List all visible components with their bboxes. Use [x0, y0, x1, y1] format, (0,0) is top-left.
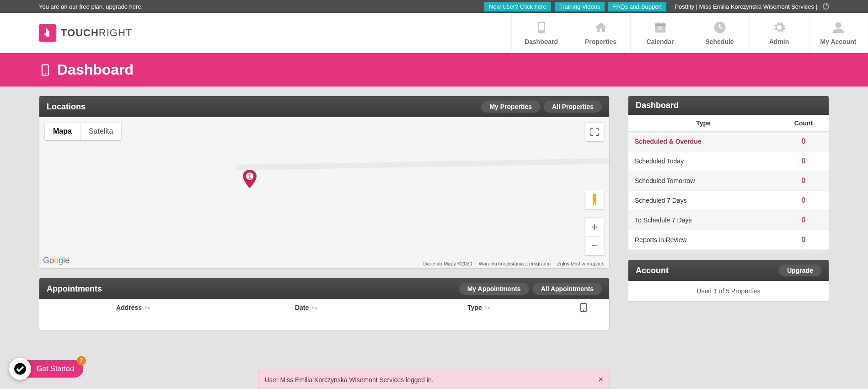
upgrade-button[interactable]: Upgrade [779, 265, 821, 276]
sort-icon: ▼▲ [311, 305, 317, 310]
user-icon [831, 21, 845, 34]
stat-label: Scheduled & Overdue [628, 132, 778, 151]
svg-point-8 [836, 22, 841, 28]
nav-calendar[interactable]: 31 Calendar [630, 13, 690, 53]
nav-label: Properties [585, 38, 616, 45]
svg-rect-15 [593, 202, 594, 205]
table-row[interactable]: Reports in Review0 [628, 230, 829, 250]
nav-label: Calendar [647, 38, 674, 45]
logout-icon[interactable] [823, 3, 829, 10]
svg-point-18 [583, 310, 584, 311]
stat-count: 0 [778, 191, 829, 211]
nav-schedule[interactable]: Schedule [690, 13, 749, 53]
svg-point-10 [45, 73, 46, 74]
col-address[interactable]: Address▼▲ [47, 303, 220, 312]
map-data-text: Dane do Mapy ©2020 [423, 261, 472, 266]
svg-text:31: 31 [658, 26, 663, 31]
device-icon [580, 303, 587, 312]
table-row[interactable]: Scheduled Tomorrow0 [628, 171, 829, 191]
svg-rect-4 [657, 22, 658, 24]
map-type-control: Mapa Satelita [45, 123, 121, 140]
zoom-control: + − [585, 218, 604, 255]
col-count-header: Count [778, 115, 829, 132]
my-appointments-button[interactable]: My Appointments [459, 283, 529, 295]
fullscreen-button[interactable] [585, 123, 604, 141]
map-type-map[interactable]: Mapa [45, 123, 80, 140]
sort-icon: ▼▲ [484, 305, 490, 310]
stat-count: 0 [778, 211, 829, 230]
all-appointments-button[interactable]: All Appointments [533, 283, 602, 295]
dashboard-stats-panel: Dashboard Type Count Scheduled & Overdue… [628, 96, 829, 250]
top-bar: You are on our free plan, upgrade here. … [0, 0, 868, 13]
stat-count: 0 [778, 171, 829, 191]
nav-label: Dashboard [525, 38, 558, 45]
table-row[interactable]: Scheduled & Overdue0 [628, 132, 829, 151]
table-row[interactable]: Scheduled 7 Days0 [628, 191, 829, 211]
new-user-button[interactable]: New User? Click here [484, 2, 551, 11]
dashboard-stats-table: Type Count Scheduled & Overdue0Scheduled… [628, 115, 829, 250]
google-logo: Google [43, 256, 70, 265]
stat-count: 0 [778, 132, 829, 151]
pegman-icon [589, 193, 600, 206]
clock-icon [713, 21, 727, 34]
stat-count: 0 [778, 230, 829, 250]
nav-label: Admin [769, 38, 789, 45]
zoom-out-button[interactable]: − [585, 237, 604, 255]
nav-admin[interactable]: Admin [749, 13, 809, 53]
account-usage-text: Used 1 of 5 Properties [628, 281, 829, 301]
appointments-title: Appointments [47, 284, 455, 294]
calendar-icon: 31 [654, 21, 667, 34]
map-report-link[interactable]: Zgłoś błąd w mapach [557, 261, 605, 266]
upgrade-message[interactable]: You are on our free plan, upgrade here. [39, 3, 484, 10]
col-device[interactable] [565, 303, 602, 312]
svg-rect-16 [595, 202, 596, 205]
account-title: Account [636, 266, 775, 276]
training-videos-button[interactable]: Training Videos [555, 2, 605, 11]
svg-rect-5 [663, 22, 664, 24]
sort-icon: ▼▲ [144, 305, 150, 310]
logo-text: TOUCHRIGHT [61, 27, 132, 39]
table-row[interactable]: To Schedule 7 Days0 [628, 211, 829, 230]
table-row[interactable]: Scheduled Today0 [628, 151, 829, 171]
streetview-button[interactable] [585, 190, 604, 209]
house-icon [594, 21, 608, 34]
page-title: Dashboard [57, 61, 134, 78]
svg-rect-14 [593, 197, 596, 202]
map-canvas[interactable]: Mapa Satelita 1 + − Google [39, 117, 609, 268]
svg-rect-1 [539, 23, 544, 30]
device-icon [535, 21, 548, 34]
logo[interactable]: TOUCHRIGHT [39, 13, 511, 53]
svg-rect-3 [655, 23, 665, 26]
svg-text:1: 1 [248, 173, 252, 180]
stat-label: Scheduled Today [628, 151, 778, 171]
zoom-in-button[interactable]: + [585, 218, 604, 236]
stat-label: To Schedule 7 Days [628, 211, 778, 230]
svg-point-13 [593, 194, 596, 197]
nav-my-account[interactable]: My Account [809, 13, 868, 53]
faqs-support-button[interactable]: FAQs and Support [608, 2, 666, 11]
stat-label: Scheduled 7 Days [628, 191, 778, 211]
col-date[interactable]: Date▼▲ [220, 303, 392, 312]
col-type-header: Type [628, 115, 778, 132]
account-panel: Account Upgrade Used 1 of 5 Properties [628, 259, 829, 302]
device-icon [39, 62, 52, 78]
map-type-satellite[interactable]: Satelita [80, 123, 121, 140]
logo-mark-icon [39, 24, 56, 42]
all-properties-button[interactable]: All Properties [544, 101, 602, 113]
stat-label: Scheduled Tomorrow [628, 171, 778, 191]
nav-properties[interactable]: Properties [571, 13, 630, 53]
map-marker-icon[interactable]: 1 [243, 170, 257, 189]
appointments-panel: Appointments My Appointments All Appoint… [39, 278, 610, 330]
col-type[interactable]: Type▼▲ [392, 303, 565, 312]
my-properties-button[interactable]: My Properties [481, 101, 540, 113]
nav-label: Schedule [705, 38, 734, 45]
map-attribution: Dane do Mapy ©2020 Warunki korzystania z… [422, 259, 606, 268]
fullscreen-icon [590, 128, 599, 136]
page-title-bar: Dashboard [0, 53, 868, 86]
map-terms-link[interactable]: Warunki korzystania z programu [479, 261, 551, 266]
dashboard-stats-title: Dashboard [636, 101, 821, 110]
stat-label: Reports in Review [628, 230, 778, 250]
gear-icon [772, 21, 786, 34]
nav-dashboard[interactable]: Dashboard [511, 13, 571, 53]
user-identity: Postfity | Miss Emilia Korczynska Wisemo… [675, 3, 817, 10]
